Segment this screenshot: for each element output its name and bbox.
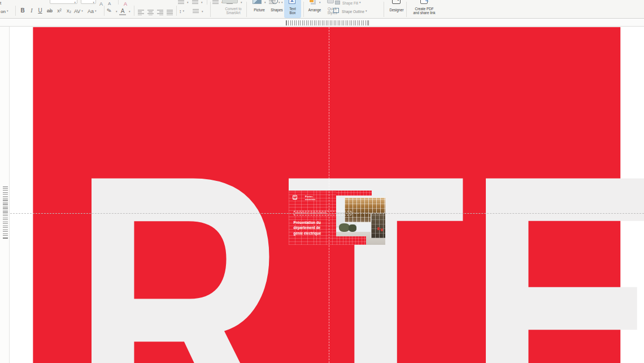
thumb-title: Présentation du département de génie éle… (294, 220, 321, 236)
rte-logo: rte (293, 195, 297, 200)
section-button-fragment[interactable]: on▾ (1, 5, 8, 16)
chevron-down-icon: ▾ (201, 1, 203, 4)
thumb-brand-text: Portes ouvertes (305, 195, 315, 201)
chevron-down-icon: ▾ (93, 1, 94, 4)
text-box-icon[interactable]: A (289, 0, 295, 4)
smartart-icon[interactable] (222, 0, 238, 3)
picture-icon[interactable] (253, 0, 262, 4)
shapes-icon[interactable] (272, 0, 278, 4)
photo-red-chair (377, 227, 380, 230)
thumb-title-line-2: département de (294, 225, 321, 231)
columns-button[interactable] (193, 8, 199, 13)
ribbon-toolbar: t on▾ ▾ ▾ A A A ▾ ▾ ▾ ▾ ▾ B I U ab x² x₂… (0, 0, 644, 19)
rte-logo-mark: rte (293, 196, 297, 199)
shape-fill-button[interactable]: Shape Fill▾ (342, 1, 361, 5)
chevron-down-icon: ▾ (183, 9, 185, 12)
ruler-selection-hatch-horizontal (286, 20, 369, 25)
smartart-label-2: SmartArt (217, 11, 250, 15)
chevron-down-icon: ▾ (279, 1, 280, 4)
character-spacing-button[interactable]: AV▾ (74, 5, 83, 16)
divider (246, 2, 247, 17)
thumb-title-line-3: génie électrique (294, 231, 321, 236)
decrease-indent-button[interactable] (212, 0, 219, 4)
thumb-title-line-1: Présentation du (294, 220, 321, 226)
create-pdf-label-2: and share link (408, 11, 441, 15)
arrange-icon[interactable] (309, 0, 314, 3)
chevron-down-icon: ▾ (241, 1, 242, 4)
section-label: on (1, 9, 6, 14)
vertical-ruler[interactable] (0, 27, 10, 363)
horizontal-ruler[interactable] (0, 19, 644, 27)
strikethrough-button[interactable]: ab (45, 5, 54, 16)
divider (104, 6, 105, 16)
create-pdf-label-1: Create PDF (408, 7, 441, 11)
divider (384, 2, 384, 17)
convert-to-smartart-button[interactable]: Convert to SmartArt (217, 7, 250, 15)
textbox-label-2: Box (282, 11, 303, 15)
cropped-button-top[interactable]: t (0, 0, 1, 3)
divider (406, 2, 407, 17)
selected-picture[interactable]: rte Portes ouvertes BIENVENUE À LA DÉCOU… (289, 191, 385, 245)
align-center-icon[interactable] (147, 7, 154, 13)
case-label: Aa (88, 8, 94, 14)
textbox-label-1: Text (282, 7, 303, 11)
font-color-button[interactable]: A (119, 6, 126, 15)
chevron-down-icon: ▾ (81, 9, 83, 12)
chevron-down-icon: ▾ (359, 1, 361, 4)
photo-lower-glass (371, 213, 385, 238)
shape-fill-label: Shape Fill (342, 1, 358, 5)
chevron-down-icon: ▾ (365, 9, 367, 12)
chevron-down-icon: ▾ (74, 1, 76, 4)
designer-icon[interactable]: ✦ (392, 0, 401, 4)
chevron-down-icon: ▾ (264, 1, 266, 4)
underline-button[interactable]: U (36, 5, 44, 16)
spacing-label: AV (74, 8, 80, 14)
numbering-button[interactable] (192, 0, 198, 4)
divider (15, 6, 16, 16)
divider (210, 2, 211, 17)
divider (118, 0, 119, 5)
slide-canvas[interactable]: RTE rte (0, 27, 644, 363)
designer-button[interactable]: Designer (385, 8, 408, 12)
photo-bush (339, 223, 350, 232)
divider (207, 0, 207, 5)
change-case-button[interactable]: Aa▾ (88, 5, 97, 16)
align-justify-icon[interactable] (167, 7, 173, 13)
shape-outline-icon[interactable] (333, 8, 339, 13)
align-left-icon[interactable] (138, 7, 145, 13)
quick-styles-button[interactable]: Quick Styles (322, 7, 342, 15)
quick-styles-label-2: Styles (322, 11, 342, 15)
shape-outline-label: Shape Outline (342, 10, 364, 14)
shape-fill-icon (335, 1, 340, 5)
photo-glass-grid (371, 213, 385, 238)
subscript-button[interactable]: x₂ (64, 5, 73, 16)
chevron-down-icon: ▾ (202, 10, 203, 13)
ruler-selection-hatch-vertical (3, 187, 8, 239)
divider (134, 6, 134, 16)
shape-outline-button[interactable]: Shape Outline▾ (342, 9, 367, 14)
photo-bush (349, 224, 356, 231)
create-pdf-icon[interactable]: ✎ (420, 0, 428, 4)
font-size-combo[interactable]: ▾ (81, 0, 96, 4)
grow-font-button[interactable]: A (99, 0, 103, 10)
chevron-down-icon: ▾ (319, 1, 321, 4)
powerpoint-window: t on▾ ▾ ▾ A A A ▾ ▾ ▾ ▾ ▾ B I U ab x² x₂… (0, 0, 644, 363)
highlight-pen-icon[interactable]: ✎ (106, 5, 113, 16)
quick-styles-icon[interactable] (327, 0, 334, 3)
quick-styles-label-1: Quick (322, 7, 342, 11)
bullets-button[interactable] (178, 0, 184, 4)
horizontal-guide[interactable] (10, 213, 644, 214)
superscript-button[interactable]: x² (55, 5, 64, 16)
chevron-down-icon: ▾ (187, 1, 189, 4)
chevron-down-icon: ▾ (129, 10, 130, 13)
bold-button[interactable]: B (19, 5, 27, 16)
photo-red-chair (381, 228, 383, 231)
vertical-guide[interactable] (329, 27, 329, 363)
align-right-icon[interactable] (157, 7, 164, 13)
text-box-button[interactable]: Text Box (282, 7, 303, 15)
chevron-down-icon: ▾ (95, 9, 97, 12)
create-pdf-button[interactable]: Create PDF and share link (408, 7, 441, 15)
font-name-combo[interactable]: ▾ (50, 0, 77, 4)
line-spacing-button[interactable]: ↕▾ (179, 5, 184, 16)
italic-button[interactable]: I (28, 5, 36, 16)
